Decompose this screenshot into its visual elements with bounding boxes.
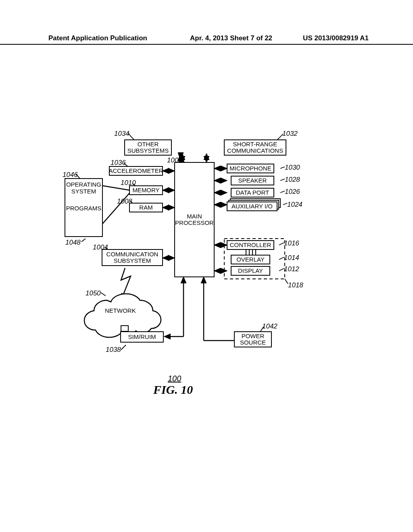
block-power-source: POWER SOURCE [234, 331, 272, 347]
ref-1024: 1024 [287, 201, 302, 209]
label-controller: CONTROLLER [230, 242, 271, 249]
ref-1046: 1046 [63, 171, 78, 179]
ref-1036: 1036 [111, 159, 126, 167]
ref-1004: 1004 [93, 243, 108, 251]
block-aux-io: AUXILIARY I/O [227, 202, 277, 211]
block-comm-subsystem: COMMUNICATION SUBSYSTEM [102, 249, 163, 266]
ref-1026: 1026 [285, 188, 300, 196]
label-aux-io: AUXILIARY I/O [232, 203, 273, 210]
label-microphone: MICROPHONE [229, 165, 271, 172]
ref-1002: 1002 [167, 156, 182, 164]
ref-1028: 1028 [285, 176, 300, 184]
label-speaker: SPEAKER [238, 177, 267, 184]
label-power-source: POWER SOURCE [240, 333, 266, 346]
label-sim: SIM/RUIM [128, 334, 156, 341]
ref-1014: 1014 [284, 254, 299, 262]
label-main-processor: MAIN PROCESSOR [175, 213, 214, 227]
ref-1008: 1008 [117, 197, 132, 206]
block-controller: CONTROLLER [227, 240, 274, 250]
label-display: DISPLAY [238, 268, 263, 274]
block-speaker: SPEAKER [231, 176, 274, 185]
block-short-range: SHORT-RANGE COMMUNICATIONS [224, 139, 286, 156]
block-accelerometer: ACCELEROMETER [109, 166, 163, 176]
ref-1042: 1042 [262, 322, 277, 330]
figure-number: 100 [168, 374, 181, 383]
block-display: DISPLAY [231, 266, 270, 276]
label-memory: MEMORY [132, 187, 159, 194]
block-sim-ruim: SIM/RUIM [120, 331, 164, 343]
block-other-subsystems: OTHER SUBSYSTEMS [124, 139, 172, 156]
label-short-range: SHORT-RANGE COMMUNICATIONS [227, 141, 283, 154]
figure-caption: FIG. 10 [153, 383, 193, 397]
label-network: NETWORK [105, 307, 136, 314]
ref-1012: 1012 [284, 265, 299, 273]
svg-rect-33 [121, 326, 128, 331]
block-ram: RAM [129, 203, 163, 212]
block-microphone: MICROPHONE [227, 164, 274, 173]
ref-1038: 1038 [106, 346, 121, 354]
ref-1010: 1010 [121, 179, 136, 187]
label-other-subsystems: OTHER SUBSYSTEMS [127, 141, 169, 154]
label-programs: PROGRAMS [66, 205, 102, 212]
label-comm-subsystem: COMMUNICATION SUBSYSTEM [106, 251, 159, 264]
ref-1032: 1032 [282, 130, 298, 138]
block-main-processor: MAIN PROCESSOR [174, 162, 215, 277]
label-data-port: DATA PORT [236, 189, 269, 196]
block-overlay: OVERLAY [231, 255, 270, 264]
block-data-port: DATA PORT [231, 188, 274, 197]
label-operating-system: OPERATING SYSTEM [66, 181, 101, 195]
block-os-programs: OPERATING SYSTEM PROGRAMS [65, 178, 103, 237]
label-ram: RAM [139, 204, 152, 211]
ref-1050: 1050 [86, 289, 101, 297]
ref-1030: 1030 [285, 164, 300, 172]
ref-1018: 1018 [288, 281, 303, 289]
label-accelerometer: ACCELEROMETER [108, 168, 163, 175]
label-overlay: OVERLAY [236, 256, 265, 263]
ref-1034: 1034 [114, 130, 129, 138]
ref-1048: 1048 [65, 239, 81, 247]
ref-1016: 1016 [284, 239, 299, 247]
